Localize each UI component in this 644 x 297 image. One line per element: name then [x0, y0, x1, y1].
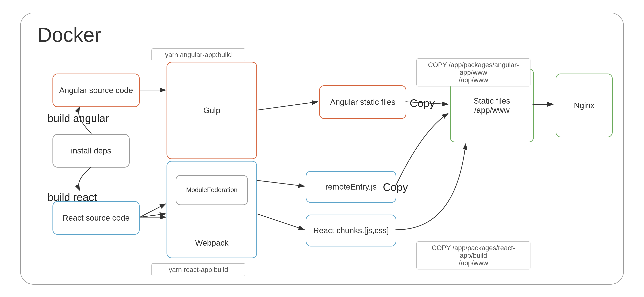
- svg-line-4: [257, 102, 318, 110]
- react-chunks-box: React chunks.[js,css]: [306, 215, 396, 246]
- svg-line-7: [257, 180, 304, 186]
- nginx-box: Nginx: [556, 74, 613, 137]
- docker-title: Docker: [38, 23, 101, 46]
- svg-line-2: [140, 204, 166, 217]
- remote-entry-box: remoteEntry.js: [306, 171, 396, 203]
- webpack-box: Webpack ModuleFederation: [166, 161, 257, 258]
- angular-source-box: Angular source code: [52, 74, 140, 107]
- angular-static-box: Angular static files: [319, 85, 406, 119]
- build-react-label: build react: [48, 191, 97, 203]
- react-source-box: React source code: [52, 201, 140, 235]
- copy-react-label: COPY /app/packages/react-app/build /app/…: [416, 241, 530, 269]
- docker-container: Docker Angular source code Gulp Angular …: [20, 13, 624, 284]
- copy-angular-label: COPY /app/packages/angular-app/www /app/…: [416, 59, 530, 87]
- gulp-box: Gulp: [166, 62, 257, 159]
- svg-line-3: [140, 214, 166, 217]
- copy1-label: Copy: [410, 97, 435, 109]
- svg-line-8: [257, 214, 304, 230]
- yarn-react-label: yarn react-app:build: [152, 263, 245, 276]
- build-angular-label: build angular: [48, 112, 109, 125]
- copy2-label: Copy: [383, 181, 408, 193]
- module-federation-box: ModuleFederation: [176, 175, 248, 205]
- install-deps-box: install deps: [52, 134, 130, 168]
- yarn-angular-label: yarn angular-app:build: [152, 48, 245, 61]
